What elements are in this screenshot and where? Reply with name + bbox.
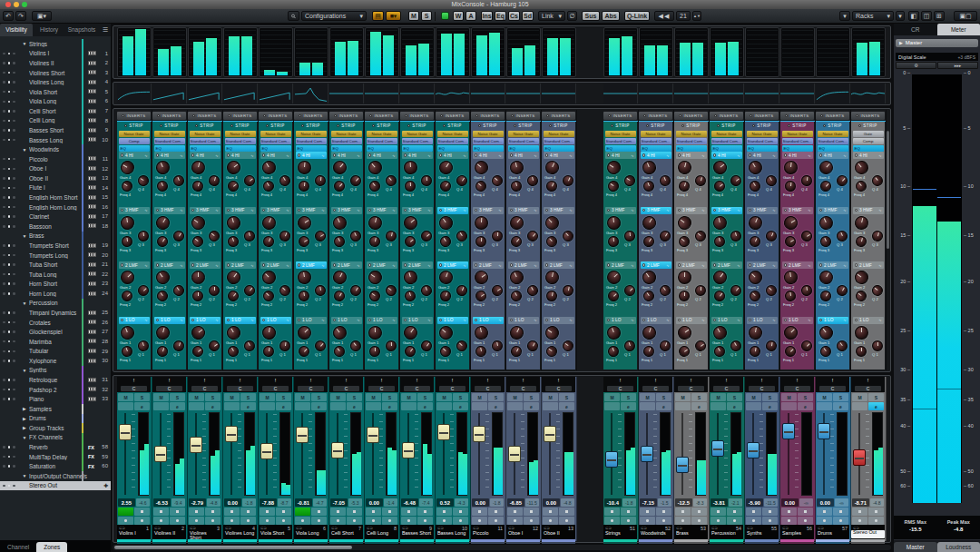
eq-gain-knob-4[interactable] bbox=[604, 158, 623, 177]
eq-q-knob-1[interactable] bbox=[207, 338, 222, 353]
edit-button[interactable]: e bbox=[524, 402, 539, 410]
eq-q-knob-2[interactable] bbox=[525, 283, 540, 298]
strip-module-eq[interactable]: EQ bbox=[437, 145, 468, 152]
strip-module-eq[interactable]: EQ bbox=[331, 145, 362, 152]
eq-freq-knob-3[interactable] bbox=[297, 233, 312, 249]
eq-q-knob-1[interactable] bbox=[622, 339, 636, 352]
eq-q-knob-1[interactable] bbox=[348, 338, 364, 353]
strip-module-gate[interactable]: Noise Gate bbox=[818, 131, 848, 137]
setup-window-layout-button[interactable]: ⊞ bbox=[934, 11, 945, 21]
eq-gain-knob-2[interactable] bbox=[260, 268, 279, 287]
automation-write-button[interactable] bbox=[656, 517, 671, 525]
pan-control[interactable]: C bbox=[329, 384, 363, 392]
monitor-button[interactable] bbox=[436, 508, 452, 516]
expander-icon[interactable]: ▼ bbox=[20, 147, 29, 153]
automation-read-button[interactable] bbox=[507, 517, 523, 525]
inserts-slot[interactable]: INSERTS bbox=[851, 112, 885, 120]
sidebar-item-oboe-ii[interactable]: Oboe II13 bbox=[0, 173, 111, 183]
eq-band-header-3[interactable]: 3 HMF∿ bbox=[473, 207, 504, 214]
strip-module-eq[interactable]: EQ bbox=[225, 145, 256, 152]
solo-button[interactable]: S bbox=[205, 393, 220, 401]
visibility-dots[interactable] bbox=[0, 215, 20, 218]
strip-module-comp[interactable]: Standard Com... bbox=[190, 138, 220, 144]
sidebar-item-celli-short[interactable]: Celli Short7 bbox=[0, 106, 111, 116]
eq-freq-knob-2[interactable] bbox=[226, 289, 241, 304]
tab-history[interactable]: History bbox=[33, 24, 65, 36]
strip-slot[interactable]: STRIP bbox=[674, 122, 708, 130]
monitor-button[interactable] bbox=[153, 508, 169, 516]
eq-freq-knob-1[interactable] bbox=[749, 345, 761, 358]
inserts-slot[interactable]: INSERTS bbox=[117, 112, 151, 120]
visibility-dots[interactable] bbox=[0, 168, 20, 171]
eq-q-knob-2[interactable] bbox=[455, 283, 468, 297]
eq-gain-knob-4[interactable] bbox=[472, 158, 491, 177]
solo-button[interactable]: S bbox=[488, 393, 504, 401]
listen-button[interactable] bbox=[746, 402, 761, 410]
monitor-button[interactable] bbox=[675, 508, 691, 516]
eq-band-header-2[interactable]: 2 LMF∿ bbox=[367, 261, 397, 269]
strip-module-gate[interactable]: Noise Gate bbox=[676, 131, 707, 137]
eq-gain-knob-1[interactable] bbox=[368, 325, 383, 340]
eq-band-header-3[interactable]: 3 HMF∿ bbox=[437, 207, 468, 214]
strip-slot[interactable]: STRIP bbox=[780, 122, 814, 130]
automation-write-button[interactable] bbox=[205, 517, 220, 525]
sidebar-item-trumpets-long[interactable]: Trumpets Long20 bbox=[0, 251, 111, 261]
bypass-eq-button[interactable]: Eq bbox=[495, 11, 506, 21]
inserts-slot[interactable]: INSERTS bbox=[639, 112, 672, 120]
monitor-button[interactable] bbox=[817, 508, 832, 516]
strip-module-gate[interactable]: Noise Gate bbox=[711, 131, 742, 137]
eq-freq-knob-4[interactable] bbox=[510, 180, 523, 192]
eq-band-header-2[interactable]: 2 LMF∿ bbox=[853, 261, 884, 269]
eq-band-header-2[interactable]: 2 LMF∿ bbox=[676, 261, 707, 269]
strip-module-eq[interactable]: EQ bbox=[676, 145, 707, 152]
eq-freq-knob-4[interactable] bbox=[474, 179, 489, 194]
eq-q-knob-1[interactable] bbox=[872, 340, 883, 350]
listen-button[interactable] bbox=[472, 402, 487, 410]
eq-band-header-2[interactable]: 2 LMF∿ bbox=[190, 261, 220, 269]
sidebar-item-tuba-long[interactable]: Tuba Long22 bbox=[0, 270, 111, 280]
strip-module-gate[interactable]: Noise Gate bbox=[296, 131, 327, 137]
mute-button[interactable]: M bbox=[366, 393, 381, 401]
automation-write-button[interactable] bbox=[727, 517, 742, 525]
solo-button[interactable]: S bbox=[798, 393, 813, 401]
listen-button[interactable] bbox=[543, 402, 558, 410]
automation-write-button[interactable] bbox=[762, 517, 778, 525]
eq-band-header-2[interactable]: 2 LMF∿ bbox=[260, 261, 291, 269]
eq-freq-knob-1[interactable] bbox=[509, 343, 524, 358]
eq-band-header-4[interactable]: 4 HI∿ bbox=[544, 152, 574, 159]
record-button[interactable] bbox=[134, 508, 150, 516]
eq-q-knob-3[interactable] bbox=[455, 228, 470, 243]
strip-module-gate[interactable]: Noise Gate bbox=[605, 131, 636, 137]
read-automation-button[interactable]: A bbox=[466, 11, 476, 21]
eq-band-header-3[interactable]: 3 HMF∿ bbox=[818, 207, 848, 214]
eq-band-header-1[interactable]: 1 LO∿ bbox=[605, 317, 636, 324]
sidebar-item-clarinet[interactable]: Clarinet17 bbox=[0, 212, 111, 222]
record-button[interactable] bbox=[559, 508, 574, 516]
eq-band-header-4[interactable]: 4 HI∿ bbox=[605, 152, 636, 159]
eq-gain-knob-3[interactable] bbox=[781, 213, 800, 232]
eq-q-knob-3[interactable] bbox=[278, 229, 292, 243]
eq-gain-knob-1[interactable] bbox=[507, 323, 525, 341]
eq-band-header-2[interactable]: 2 LMF∿ bbox=[331, 261, 362, 269]
eq-freq-knob-3[interactable] bbox=[713, 234, 727, 248]
inserts-slot[interactable]: INSERTS bbox=[152, 112, 186, 120]
monitor-button[interactable] bbox=[260, 508, 275, 516]
eq-gain-knob-3[interactable] bbox=[368, 214, 384, 231]
sidebar-group-synths[interactable]: ▼Synths bbox=[0, 366, 111, 376]
strip-module-eq[interactable]: EQ bbox=[367, 145, 397, 152]
eq-gain-knob-1[interactable] bbox=[855, 325, 868, 339]
monitor-button[interactable] bbox=[781, 508, 797, 516]
eq-q-knob-4[interactable] bbox=[136, 173, 151, 188]
monitor-button[interactable] bbox=[543, 508, 558, 516]
expander-icon[interactable]: ▼ bbox=[20, 233, 29, 239]
eq-gain-knob-4[interactable] bbox=[676, 159, 692, 175]
eq-freq-knob-3[interactable] bbox=[677, 233, 692, 249]
link-group-button[interactable]: ▤ bbox=[372, 11, 384, 21]
listen-button[interactable] bbox=[436, 402, 452, 410]
eq-freq-knob-3[interactable] bbox=[748, 234, 762, 249]
automation-read-button[interactable] bbox=[746, 517, 761, 525]
eq-gain-knob-3[interactable] bbox=[854, 214, 870, 231]
eq-gain-knob-2[interactable] bbox=[191, 271, 205, 284]
inserts-slot[interactable]: INSERTS bbox=[506, 112, 540, 120]
edit-button[interactable]: e bbox=[240, 402, 256, 410]
